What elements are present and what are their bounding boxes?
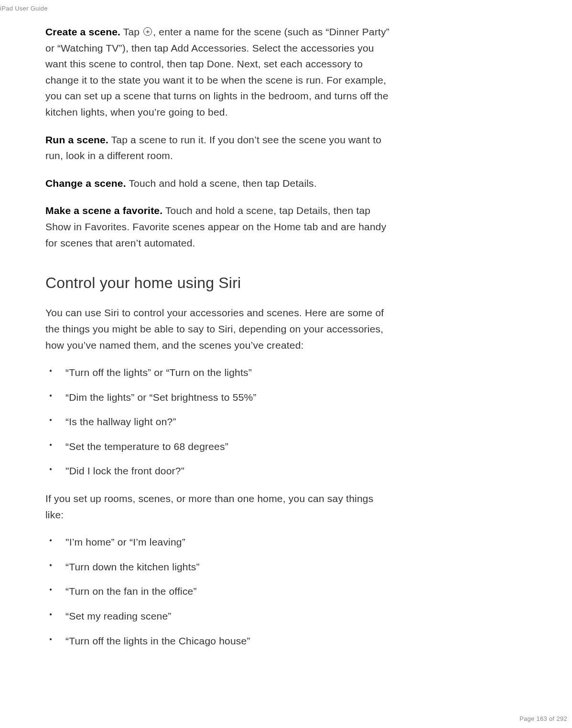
list-item: “Set the temperature to 68 degrees”	[45, 439, 394, 455]
siri-intro-text: You can use Siri to control your accesso…	[45, 305, 394, 353]
list-item: “Turn off the lights in the Chicago hous…	[45, 633, 394, 649]
list-item: “Dim the lights” or “Set brightness to 5…	[45, 389, 394, 406]
list-item: “Is the hallway light on?”	[45, 414, 394, 430]
paragraph-run-scene: Run a scene. Tap a scene to run it. If y…	[45, 132, 394, 164]
paragraph-change-scene: Change a scene. Touch and hold a scene, …	[45, 175, 394, 192]
paragraph-create-scene: Create a scene. Tap , enter a name for t…	[45, 24, 394, 120]
paragraph-favorite-scene: Make a scene a favorite. Touch and hold …	[45, 203, 394, 251]
text-before-icon: Tap	[120, 26, 142, 37]
list-item: "I’m home” or “I’m leaving”	[45, 534, 394, 550]
section-heading-siri: Control your home using Siri	[45, 271, 394, 295]
document-header: iPad User Guide	[0, 4, 48, 14]
header-title: iPad User Guide	[0, 5, 48, 12]
list-item: "Did I lock the front door?”	[45, 463, 394, 479]
siri-middle-text: If you set up rooms, scenes, or more tha…	[45, 491, 394, 523]
text-after-icon: , enter a name for the scene (such as “D…	[45, 26, 389, 118]
main-content: Create a scene. Tap , enter a name for t…	[0, 0, 440, 649]
page-footer: Page 163 of 292	[519, 714, 567, 724]
lead-favorite-scene: Make a scene a favorite.	[45, 205, 162, 216]
lead-change-scene: Change a scene.	[45, 178, 126, 189]
siri-commands-list-2: "I’m home” or “I’m leaving” “Turn down t…	[45, 534, 394, 649]
siri-commands-list-1: “Turn off the lights” or “Turn on the li…	[45, 364, 394, 479]
page-number: Page 163 of 292	[519, 715, 567, 722]
lead-run-scene: Run a scene.	[45, 134, 108, 145]
text-change-scene: Touch and hold a scene, then tap Details…	[126, 178, 317, 189]
list-item: “Turn off the lights” or “Turn on the li…	[45, 364, 394, 381]
list-item: “Set my reading scene”	[45, 608, 394, 624]
lead-create-scene: Create a scene.	[45, 26, 120, 37]
list-item: “Turn on the fan in the office”	[45, 583, 394, 600]
list-item: “Turn down the kitchen lights”	[45, 559, 394, 575]
plus-circle-icon	[143, 27, 152, 36]
